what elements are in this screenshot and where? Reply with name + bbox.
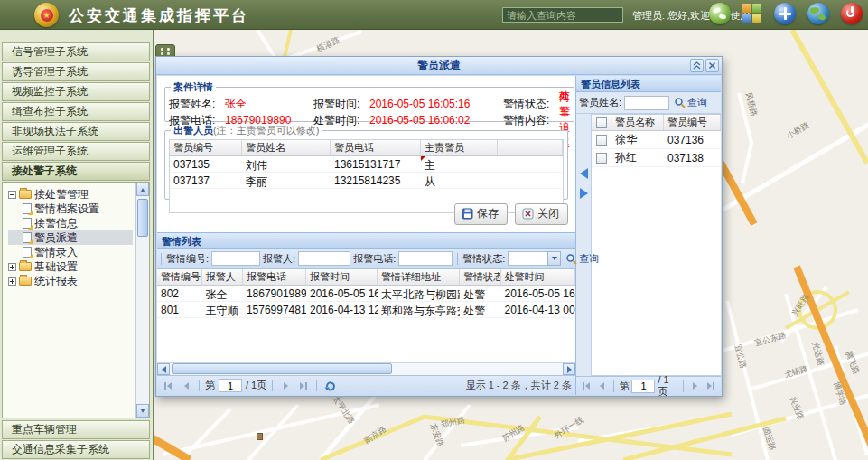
column-header[interactable]: 警员姓名 [242,140,331,155]
caller-filter-input[interactable] [298,251,350,266]
prev-page-icon[interactable] [595,379,609,393]
chevron-down-icon[interactable] [547,251,561,266]
column-header[interactable]: 警员编号 [170,140,242,155]
app-header: ★ 公安交通集成指挥平台 管理员: 您好,欢迎登陆使用 [0,0,868,30]
sidebar-item-guidance[interactable]: 诱导管理子系统 [2,62,150,81]
first-page-icon[interactable] [579,379,593,393]
next-page-icon[interactable] [688,379,702,393]
scrollbar-thumb[interactable] [137,199,148,237]
folder-icon [19,190,32,199]
dialog-titlebar[interactable]: 警员派遣 [156,57,722,75]
transfer-left-icon[interactable] [580,168,588,179]
table-row[interactable]: 802 张全 18679019890 2016-05-05 16:... 太平北… [157,286,575,302]
tree-scrollbar[interactable]: ▲ ▼ [135,183,149,418]
scroll-right-icon[interactable] [563,363,575,375]
table-row[interactable]: 孙红 037138 [592,149,721,167]
alert-list-filter-toolbar: 警情编号: 报警人: 报警电话: 警情状态: [157,249,575,269]
sidebar-item-traffic-info-collection[interactable]: 交通信息采集子系统 [2,440,150,459]
officer-search-row: 警员姓名: 查询 [576,92,721,114]
officer-pagination-bar: 第 / 1页 [576,376,721,395]
sidebar-item-operations[interactable]: 运维管理子系统 [2,142,150,161]
column-header[interactable]: 警员名称 [611,115,664,130]
table-row[interactable]: 037137 李丽 13215814235 从 [170,173,563,189]
first-page-icon[interactable] [161,379,175,393]
page-count-label: / 1页 [658,374,677,399]
prev-page-icon[interactable] [179,379,193,393]
column-header-sorted[interactable]: 警情编号 [157,269,202,285]
table-row[interactable]: 徐华 037136 [592,131,721,149]
scrollbar-thumb[interactable] [172,363,392,374]
column-header[interactable]: 报警电话 [243,269,306,285]
column-header[interactable]: 处警时间 [501,269,575,285]
column-header[interactable]: 报警时间 [306,269,378,285]
tree-item-officer-dispatch[interactable]: 警员派遣 [8,230,133,245]
column-header[interactable]: 警情详细地址 [378,269,460,285]
last-page-icon[interactable] [296,379,311,393]
scroll-up-icon[interactable]: ▲ [136,183,149,196]
page-icon [23,247,32,258]
alert-id-filter-input[interactable] [211,251,260,266]
save-button[interactable]: 保存 [454,203,508,225]
officer-panel-title: 警员信息列表 [576,76,721,92]
refresh-icon[interactable] [322,379,337,393]
column-header[interactable]: 警员电话 [331,140,421,155]
page-number-input[interactable] [631,380,655,393]
column-header[interactable]: 警情状态 [460,269,500,285]
next-page-icon[interactable] [278,379,293,393]
transfer-right-icon[interactable] [580,188,588,199]
tree-item-alert-archive-settings[interactable]: 警情档案设置 [8,202,133,216]
sidebar-item-video[interactable]: 视频监控子系统 [2,82,150,101]
sidebar-item-dispatch-subsystem[interactable]: 接处警子系统 [2,162,150,181]
record-count-status: 显示 1 - 2 条，共计 2 条 [466,379,572,392]
global-search-input[interactable] [502,7,623,23]
tree-item-alert-entry[interactable]: 警情录入 [8,245,133,259]
modules-grid-icon[interactable] [742,4,762,23]
close-button[interactable]: 关闭 [515,203,568,225]
alert-grid-header: 警情编号 报警人 报警电话 报警时间 警情详细地址 警情状态 处警时间 [157,269,575,286]
collapse-minus-icon[interactable] [8,191,16,199]
tree-node-dispatch-management[interactable]: 接处警管理 [8,187,133,202]
phone-filter-label: 报警电话: [353,252,396,266]
power-icon[interactable] [841,3,863,24]
sidebar-item-signal[interactable]: 信号管理子系统 [2,42,150,61]
expand-plus-icon[interactable] [8,277,16,286]
alert-id-filter-label: 警情编号: [166,252,209,266]
table-row[interactable]: 037135 刘伟 13615131717 主 [170,156,563,173]
close-icon[interactable] [705,59,719,72]
column-header[interactable]: 主责警员 [421,140,498,155]
status-filter-select[interactable] [508,251,561,266]
phone-filter-input[interactable] [398,251,453,266]
officer-search-button[interactable]: 查询 [672,95,709,110]
sidebar-item-key-vehicles[interactable]: 重点车辆管理 [2,420,150,439]
add-icon[interactable] [774,3,796,24]
page-number-input[interactable] [219,379,242,392]
report-time-label: 报警时间: [313,97,369,112]
sidebar-item-investigation[interactable]: 缉查布控子系统 [2,102,150,121]
map-panel-toggle-button[interactable] [155,44,175,57]
alert-pagination-bar: 第 / 1页 显示 1 - 2 条，共计 2 条 [157,375,575,395]
tree-node-statistics-reports[interactable]: 统计报表 [8,274,133,288]
scroll-down-icon[interactable]: ▼ [136,404,149,418]
case-details-legend: 案件详情 [173,81,213,92]
status-filter-label: 警情状态: [462,252,505,266]
sidebar-item-offsite-enforcement[interactable]: 非现场执法子系统 [2,122,150,141]
collapse-icon[interactable] [690,59,704,72]
row-checkbox[interactable] [592,135,611,146]
column-header[interactable]: 报警人 [202,269,243,285]
horizontal-scrollbar[interactable] [157,362,575,375]
expand-plus-icon[interactable] [8,263,16,271]
gis-globe-icon[interactable] [709,3,731,24]
tree-item-alert-intake[interactable]: 接警信息 [8,216,133,230]
scroll-left-icon[interactable] [157,363,170,375]
dispatch-personnel-fieldset: 出警人员(注：主责警员可以修改) 警员编号 警员姓名 警员电话 主责警员 037… [164,124,568,200]
column-header[interactable]: 警员编号 [664,115,721,130]
page-count-label: / 1页 [246,379,266,392]
row-checkbox[interactable] [592,153,611,164]
select-all-checkbox[interactable] [592,115,611,130]
alert-search-button[interactable]: 查询 [564,251,601,267]
tree-node-basic-settings[interactable]: 基础设置 [8,259,133,274]
officer-name-filter-input[interactable] [624,96,669,110]
globe-icon[interactable] [807,3,829,24]
last-page-icon[interactable] [705,379,718,393]
table-row[interactable]: 801 王守顺 15769974813 2016-04-13 12:... 郑和… [157,302,575,318]
